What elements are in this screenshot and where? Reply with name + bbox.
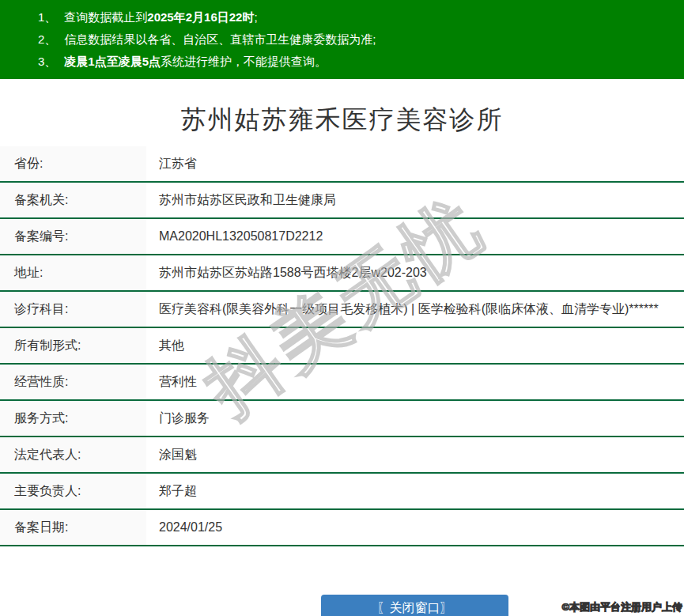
field-label: 诊疗科目: [0,292,146,327]
table-row-filing-authority: 备案机关: 苏州市姑苏区民政和卫生健康局 [0,183,684,219]
table-row-ownership-form: 所有制形式: 其他 [0,328,684,365]
field-label: 主要负责人: [0,474,146,508]
field-label: 服务方式: [0,401,146,436]
notice-banner: 1、查询数据截止到2025年2月16日22时; 2、信息数据结果以各省、自治区、… [0,0,684,79]
field-label: 所有制形式: [0,328,146,363]
table-row-filing-date: 备案日期: 2024/01/25 [0,510,684,546]
notice-line-2: 2、信息数据结果以各省、自治区、直辖市卫生健康委数据为准; [38,28,676,51]
field-value: 苏州市姑苏区民政和卫生健康局 [146,183,684,217]
field-label: 地址: [0,255,146,290]
notice-text: ; [254,10,257,24]
uploader-copyright-stamp: ©本图由平台注册用户上传 [561,600,682,614]
table-row-service-mode: 服务方式: 门诊服务 [0,401,684,437]
notice-line-number: 1、 [38,6,56,28]
field-label: 法定代表人: [0,437,146,472]
table-row-business-nature: 经营性质: 营利性 [0,365,684,401]
field-value: MA2020HL132050817D2212 [146,219,684,254]
table-row-main-person-in-charge: 主要负责人: 郑子超 [0,474,684,510]
notice-line-1: 1、查询数据截止到2025年2月16日22时; [38,6,676,28]
table-row-filing-number: 备案编号: MA2020HL132050817D2212 [0,219,684,255]
field-value: 涂国魁 [146,437,684,472]
table-row-legal-representative: 法定代表人: 涂国魁 [0,437,684,474]
notice-text-bold: 2025年2月16日22时 [147,10,254,24]
field-value: 2024/01/25 [146,510,684,545]
notice-text: 查询数据截止到 [64,10,147,24]
field-label: 省份: [0,146,146,181]
page-title: 苏州姑苏雍禾医疗美容诊所 [0,104,684,135]
institution-info-table: 省份: 江苏省 备案机关: 苏州市姑苏区民政和卫生健康局 备案编号: MA202… [0,146,684,546]
notice-line-number: 3、 [38,51,56,73]
notice-text-bold: 凌晨1点至凌晨5点 [64,55,161,68]
field-value: 其他 [146,328,684,363]
field-value: 郑子超 [146,474,684,508]
field-value: 营利性 [146,365,684,399]
field-label: 经营性质: [0,365,146,399]
field-label: 备案编号: [0,219,146,254]
notice-text: 信息数据结果以各省、自治区、直辖市卫生健康委数据为准; [64,32,376,46]
field-value: 门诊服务 [146,401,684,436]
field-label: 备案日期: [0,510,146,545]
close-window-button[interactable]: 〖关闭窗口〗 [321,595,508,616]
field-value: 江苏省 [146,146,684,181]
notice-text: 系统进行维护，不能提供查询。 [161,55,327,68]
field-label: 备案机关: [0,183,146,217]
table-row-address: 地址: 苏州市姑苏区苏站路1588号西塔楼2层w202-203 [0,255,684,292]
table-row-province: 省份: 江苏省 [0,146,684,183]
field-value: 苏州市姑苏区苏站路1588号西塔楼2层w202-203 [146,255,684,290]
table-row-medical-subjects: 诊疗科目: 医疗美容科(限美容外科一级项目毛发移植术) | 医学检验科(限临床体… [0,292,684,328]
notice-line-3: 3、凌晨1点至凌晨5点系统进行维护，不能提供查询。 [38,51,676,73]
field-value: 医疗美容科(限美容外科一级项目毛发移植术) | 医学检验科(限临床体液、血清学专… [146,292,684,327]
notice-line-number: 2、 [38,28,56,51]
